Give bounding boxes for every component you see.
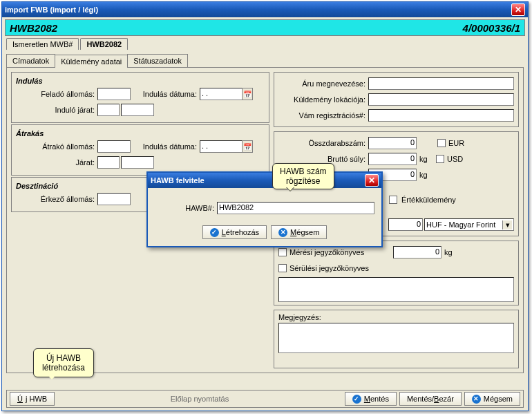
unit-kg2: kg: [419, 171, 428, 179]
input-brutto[interactable]: 0: [368, 153, 417, 165]
input-atrako[interactable]: [97, 140, 131, 153]
window-close-button[interactable]: ✕: [511, 3, 525, 16]
input-aru[interactable]: [368, 77, 514, 90]
input-jarat-2[interactable]: [121, 156, 154, 169]
select-currency-text: HUF - Magyar Forint: [426, 220, 495, 229]
input-indulo-jarat-1[interactable]: [97, 104, 120, 116]
balloon-uj-hawb: Új HAWB létrehozása: [33, 348, 94, 377]
group-megjegyzes: Megjegyzés:: [274, 310, 519, 368]
balloon-rogzites-line2: rögzítése: [280, 176, 327, 186]
input-ind-datum[interactable]: . .: [200, 88, 243, 100]
label-megjegyzes: Megjegyzés:: [278, 313, 514, 321]
label-indulo-jarat: Induló járat:: [16, 106, 97, 114]
label-ertek: Értékküldemény: [401, 196, 456, 204]
input-felado[interactable]: [97, 88, 131, 100]
label-meresi: Mérési jegyzőkönyves: [289, 248, 393, 256]
input-lok[interactable]: [368, 93, 514, 106]
dialog-close-button[interactable]: ✕: [365, 174, 379, 187]
window-titlebar: import FWB (import / légi) ✕: [2, 2, 528, 17]
label-ind-datum: Indulás dátuma:: [131, 90, 200, 98]
label-eur: EUR: [448, 139, 464, 147]
label-atr-datum: Indulás dátuma:: [131, 142, 200, 151]
check-icon: ✓: [352, 395, 361, 404]
textarea-jegyzokonyv[interactable]: [278, 277, 514, 302]
balloon-uj-line2: létrehozása: [42, 363, 85, 373]
x-icon: ✕: [472, 395, 481, 404]
label-serulesi: Sérülési jegyzőkönyves: [289, 264, 369, 272]
window-title: import FWB (import / légi): [5, 6, 511, 14]
dialog-titlebar: HAWB felvitele ✕: [148, 173, 381, 188]
label-osszdarab: Összdarabszám:: [278, 139, 368, 147]
label-hawb: HAWB#:: [155, 204, 217, 212]
input-vam[interactable]: [368, 109, 514, 122]
check-icon: ✓: [210, 228, 219, 237]
select-currency[interactable]: HUF - Magyar Forint ▾: [424, 218, 514, 231]
group-atrakas-label: Átrakás: [16, 129, 265, 138]
balloon-rogzites: HAWB szám rögzítése: [272, 163, 334, 189]
checkbox-ertek[interactable]: [389, 196, 397, 204]
calendar-icon[interactable]: 📅: [242, 140, 253, 153]
input-currency-val[interactable]: 0: [388, 218, 423, 231]
dialog-hawb: HAWB felvitele ✕ HAWB#: HWB2082 ✓ Létreh…: [146, 171, 383, 247]
label-aru: Áru megnevezése:: [278, 79, 368, 88]
button-mentes-bezar[interactable]: Mentés/Bezár Mentés/Bezár: [399, 392, 462, 406]
button-dialog-megsem[interactable]: ✕ Mégsem Mégsem: [271, 225, 327, 239]
group-aru: Áru megnevezése: Küldemény lokációja: Vá…: [274, 72, 519, 127]
label-felado: Feladó állomás:: [16, 90, 97, 98]
subtab-cimadatok[interactable]: Címadatok: [6, 54, 55, 67]
label-vam: Vám regisztrációs#:: [278, 111, 368, 120]
unit-kg3: kg: [444, 248, 453, 256]
balloon-rogzites-line1: HAWB szám: [280, 167, 327, 176]
x-icon: ✕: [278, 228, 287, 237]
tab-hwb[interactable]: HWB2082: [80, 38, 128, 50]
button-megsem[interactable]: ✕ Mégsem Mégsem: [464, 392, 520, 406]
input-meresi[interactable]: 0: [393, 246, 441, 258]
button-uj-hwb[interactable]: ÚÚj HWBj HWB: [10, 392, 55, 406]
group-jegyzokonyv: Mérési jegyzőkönyves 0 kg Sérülési jegyz…: [274, 241, 519, 305]
group-atrakas: Átrakás Átrakó állomás: Indulás dátuma: …: [11, 124, 269, 176]
group-indulas-label: Indulás: [16, 77, 265, 85]
input-erkezo[interactable]: [97, 193, 131, 205]
unit-kg1: kg: [419, 155, 436, 163]
input-osszdarab[interactable]: 0: [368, 137, 417, 149]
tab-unknown-mwb[interactable]: Ismeretlen MWB#: [6, 38, 79, 50]
label-brutto: Bruttó súly:: [278, 155, 368, 163]
checkbox-eur[interactable]: [437, 139, 446, 147]
subtab-statusz[interactable]: Státuszadatok: [127, 54, 188, 67]
chevron-down-icon: ▾: [502, 220, 512, 229]
label-elolap: Előlap nyomtatás: [171, 395, 229, 403]
label-usd: USD: [447, 155, 463, 163]
input-hawb[interactable]: HWB2082: [217, 202, 374, 214]
subtab-kuldemeny[interactable]: Küldemény adatai: [55, 55, 128, 68]
input-indulo-jarat-2[interactable]: [121, 104, 154, 116]
textarea-megjegyzes[interactable]: [278, 323, 514, 353]
input-atr-datum[interactable]: . .: [200, 140, 243, 153]
header-bar: HWB2082 4/0000336/1: [5, 19, 525, 36]
label-atrako: Átrakó állomás:: [16, 142, 97, 151]
label-erkezo: Érkező állomás:: [16, 195, 97, 203]
checkbox-meresi[interactable]: [278, 248, 287, 256]
calendar-icon[interactable]: 📅: [242, 88, 253, 100]
button-mentes[interactable]: ✓ Mentés Mentés: [345, 392, 397, 406]
checkbox-serulesi[interactable]: [278, 264, 287, 272]
header-hwb: HWB2082: [10, 22, 57, 34]
checkbox-usd[interactable]: [436, 155, 444, 163]
label-jarat: Járat:: [16, 158, 97, 167]
balloon-uj-line1: Új HAWB: [42, 353, 85, 363]
header-code: 4/0000336/1: [463, 22, 520, 34]
input-jarat-1[interactable]: [97, 156, 120, 169]
button-letrehozas[interactable]: ✓ Létrehozás Létrehozás: [202, 225, 267, 239]
label-lok: Küldemény lokációja:: [278, 95, 368, 104]
group-indulas: Indulás Feladó állomás: Indulás dátuma: …: [11, 72, 269, 123]
